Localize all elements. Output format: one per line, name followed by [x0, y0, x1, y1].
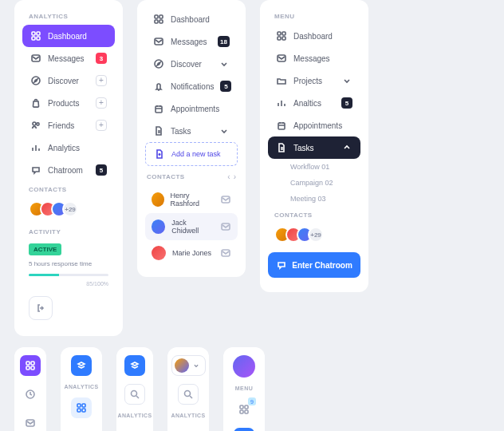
nav-appointments[interactable]: Appointments — [268, 114, 360, 136]
logo-button[interactable] — [124, 355, 145, 376]
mail-icon[interactable] — [220, 221, 231, 232]
contact-row[interactable]: Jack Chidwell — [145, 213, 238, 240]
nav-analytics[interactable]: Analytics — [22, 136, 115, 159]
chevron-down-icon — [219, 125, 230, 136]
badge: 5 — [96, 164, 107, 176]
badge: 3 — [96, 53, 107, 64]
nav-messages[interactable]: Messages 18 — [145, 30, 238, 53]
add-task-label: Add a new task — [171, 150, 221, 158]
nav-projects[interactable]: Projects — [268, 69, 360, 92]
next-icon[interactable]: › — [234, 172, 236, 181]
avatar-more[interactable]: +29 — [62, 201, 78, 217]
logout-button[interactable] — [29, 296, 53, 320]
enter-chatroom-button[interactable]: Enter Chatroom — [268, 252, 360, 278]
avatar — [152, 219, 165, 234]
sublist-item[interactable]: Meeting 03 — [290, 191, 360, 207]
nav-messages[interactable]: Messages 3 — [22, 47, 115, 69]
calendar-icon — [153, 103, 164, 114]
avatar[interactable] — [233, 355, 255, 378]
sidebar-panel-2: Dashboard Messages 18 Discover Notificat… — [137, 0, 246, 277]
logo-button[interactable] — [71, 355, 92, 376]
add-button[interactable]: + — [96, 97, 107, 109]
sublist-item[interactable]: Campaign 02 — [290, 175, 360, 191]
mail-icon — [30, 53, 41, 64]
dashboard-button[interactable] — [20, 355, 41, 376]
dashboard-button[interactable] — [124, 426, 145, 431]
search-button[interactable] — [124, 384, 145, 405]
avatar — [152, 246, 166, 260]
nav-discover[interactable]: Discover + — [22, 69, 115, 92]
nav-label: Dashboard — [171, 15, 230, 24]
nav-friends[interactable]: Friends + — [22, 114, 115, 136]
mail-icon[interactable] — [220, 247, 231, 259]
nav-dashboard[interactable]: Dashboard — [145, 8, 238, 30]
sidebar-panel-1: ANALYTICS Dashboard Messages 3 Discover … — [14, 0, 123, 336]
nav-label: Products — [48, 99, 89, 108]
mail-button[interactable] — [234, 428, 254, 431]
sublist-item[interactable]: Workflow 01 — [290, 159, 360, 175]
section-label: MENU — [268, 8, 360, 25]
nav-label: Messages — [293, 54, 352, 63]
add-button[interactable]: + — [96, 75, 107, 86]
avatar-more[interactable]: +29 — [308, 227, 324, 243]
nav-label: Dashboard — [293, 32, 352, 41]
avatar — [152, 192, 164, 207]
contact-avatars[interactable]: +29 — [268, 223, 360, 249]
nav-chatroom[interactable]: Chatroom 5 — [22, 159, 115, 181]
status-chip: ACTIVE — [29, 243, 61, 255]
add-button[interactable]: + — [96, 120, 107, 131]
add-task-button[interactable]: Add a new task — [145, 142, 238, 166]
user-menu[interactable] — [171, 355, 206, 376]
nav-discover[interactable]: Discover — [145, 53, 238, 75]
enter-label: Enter Chatroom — [292, 261, 352, 270]
contact-avatars[interactable]: +29 — [22, 198, 115, 223]
badge: 9 — [248, 397, 256, 405]
contact-name: Henry Rashford — [171, 192, 214, 208]
section-label: CONTACTS — [147, 173, 185, 180]
section-label: ANALYTICS — [117, 413, 152, 418]
section-label: MENU — [235, 386, 253, 391]
compass-icon — [153, 58, 164, 69]
nav-label: Friends — [48, 121, 89, 130]
mini-sidebar-2: ANALYTICS — [61, 347, 102, 431]
dashboard-button[interactable]: 9 — [234, 399, 254, 420]
nav-messages[interactable]: Messages — [268, 47, 360, 69]
nav-label: Tasks — [293, 144, 335, 152]
chart-button[interactable] — [71, 426, 92, 431]
chart-icon — [276, 97, 287, 109]
avatar — [175, 358, 189, 373]
dashboard-icon — [30, 30, 41, 42]
nav-appointments[interactable]: Appointments — [145, 97, 238, 120]
section-label: CONTACTS — [22, 181, 115, 198]
contact-name: Jack Chidwell — [171, 219, 214, 235]
nav-products[interactable]: Products + — [22, 92, 115, 114]
users-icon — [30, 120, 41, 131]
badge: 18 — [218, 36, 230, 47]
section-label: ANALYTICS — [22, 8, 115, 25]
mail-icon[interactable] — [220, 194, 231, 205]
nav-tasks[interactable]: Tasks — [268, 136, 360, 159]
nav-notifications[interactable]: Notifications 5 — [145, 75, 238, 97]
search-button[interactable] — [178, 384, 199, 405]
prev-icon[interactable]: ‹ — [227, 172, 230, 181]
compass-icon — [30, 75, 41, 86]
contacts-pager[interactable]: ‹› — [227, 172, 236, 181]
mail-button[interactable] — [20, 413, 41, 431]
nav-label: Discover — [171, 60, 212, 69]
clock-button[interactable] — [20, 384, 41, 405]
bell-icon — [153, 81, 164, 92]
dashboard-button[interactable] — [71, 397, 92, 418]
contact-row[interactable]: Henry Rashford — [145, 186, 238, 213]
chat-icon — [30, 164, 41, 176]
document-icon — [276, 142, 287, 153]
nav-tasks[interactable]: Tasks — [145, 120, 238, 142]
dashboard-button[interactable] — [178, 426, 199, 431]
contact-row[interactable]: Marie Jones — [145, 240, 238, 266]
nav-dashboard[interactable]: Dashboard — [22, 25, 115, 47]
bag-icon — [30, 97, 41, 109]
nav-dashboard[interactable]: Dashboard — [268, 25, 360, 47]
nav-analytics[interactable]: Analtics 5 — [268, 92, 360, 114]
nav-label: Notifications — [171, 82, 214, 91]
progress-bar — [29, 274, 108, 276]
chevron-up-icon — [341, 142, 352, 153]
